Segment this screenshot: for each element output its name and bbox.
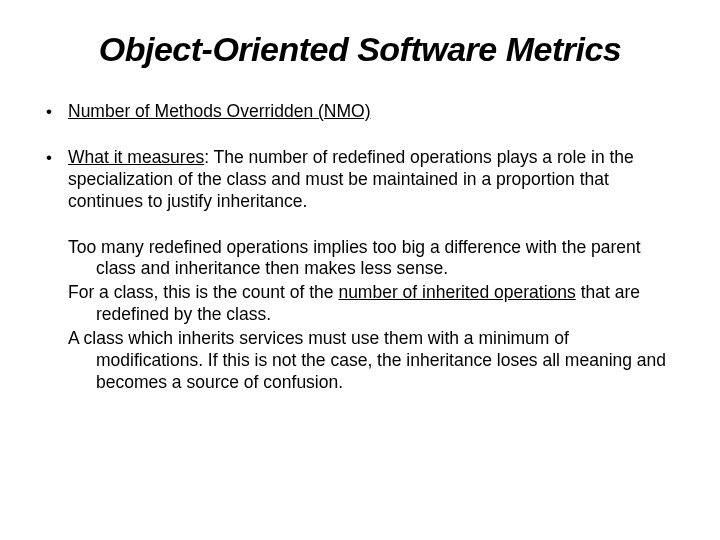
paragraph-3: A class which inherits services must use…: [68, 328, 680, 394]
bullet-item-measures: What it measures: The number of redefine…: [68, 147, 680, 213]
bullet-list: Number of Methods Overridden (NMO) What …: [40, 101, 680, 213]
paragraph-1: Too many redefined operations implies to…: [68, 237, 680, 281]
paragraph-block: Too many redefined operations implies to…: [40, 237, 680, 394]
bullet-text-nmo: Number of Methods Overridden (NMO): [68, 101, 370, 121]
bullet-lead-measures: What it measures: [68, 147, 204, 167]
paragraph-2-underline: number of inherited operations: [338, 282, 575, 302]
paragraph-2a: For a class, this is the count of the: [68, 282, 338, 302]
slide-title: Object-Oriented Software Metrics: [40, 30, 680, 69]
bullet-item-nmo: Number of Methods Overridden (NMO): [68, 101, 680, 123]
paragraph-2: For a class, this is the count of the nu…: [68, 282, 680, 326]
